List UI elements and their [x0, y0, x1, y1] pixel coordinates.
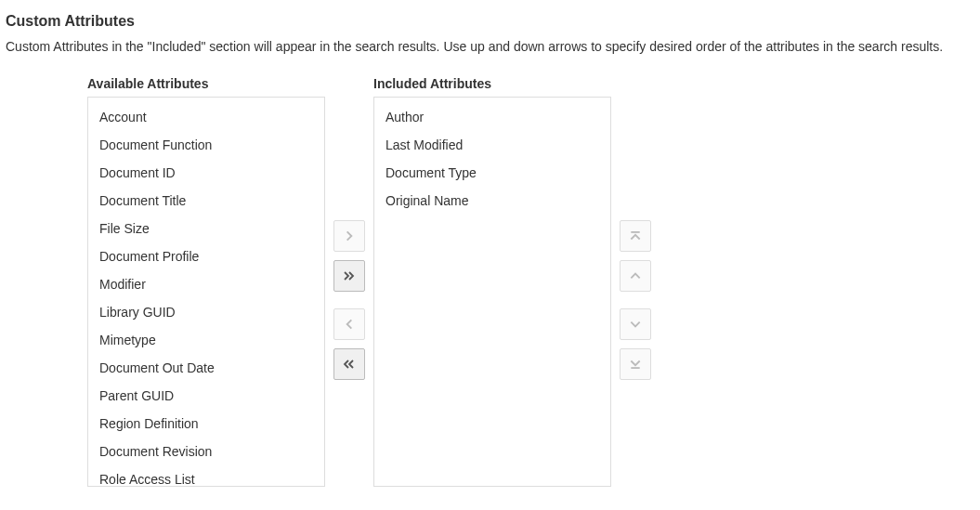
- move-up-button[interactable]: [620, 260, 651, 292]
- available-item[interactable]: Role Access List: [88, 465, 324, 487]
- move-all-right-button[interactable]: [333, 260, 365, 292]
- page-title: Custom Attributes: [6, 13, 974, 30]
- available-item[interactable]: File Size: [88, 215, 324, 242]
- reorder-buttons: [611, 220, 660, 388]
- available-item[interactable]: Modifier: [88, 270, 324, 298]
- available-item[interactable]: Account: [88, 103, 324, 131]
- included-item[interactable]: Document Type: [374, 159, 610, 187]
- move-bottom-button[interactable]: [620, 348, 651, 380]
- available-item[interactable]: Document Title: [88, 187, 324, 215]
- available-column: Available Attributes AccountDocument Fun…: [87, 76, 325, 487]
- available-item[interactable]: Document ID: [88, 159, 324, 187]
- included-item[interactable]: Original Name: [374, 187, 610, 215]
- move-left-button[interactable]: [333, 308, 365, 340]
- available-item[interactable]: Parent GUID: [88, 382, 324, 410]
- available-item[interactable]: Document Revision: [88, 438, 324, 465]
- page-description: Custom Attributes in the "Included" sect…: [6, 39, 974, 54]
- available-attributes-title: Available Attributes: [87, 76, 325, 91]
- included-item[interactable]: Last Modified: [374, 131, 610, 159]
- available-attributes-listbox[interactable]: AccountDocument FunctionDocument IDDocum…: [87, 97, 325, 487]
- available-item[interactable]: Document Out Date: [88, 354, 324, 382]
- included-attributes-listbox[interactable]: AuthorLast ModifiedDocument TypeOriginal…: [373, 97, 611, 487]
- move-all-left-button[interactable]: [333, 348, 365, 380]
- move-right-button[interactable]: [333, 220, 365, 252]
- available-item[interactable]: Mimetype: [88, 326, 324, 354]
- included-attributes-title: Included Attributes: [373, 76, 611, 91]
- included-column: Included Attributes AuthorLast ModifiedD…: [373, 76, 611, 487]
- included-item[interactable]: Author: [374, 103, 610, 131]
- available-item[interactable]: Region Definition: [88, 410, 324, 438]
- move-top-button[interactable]: [620, 220, 651, 252]
- available-item[interactable]: Document Function: [88, 131, 324, 159]
- available-item[interactable]: Library GUID: [88, 298, 324, 326]
- dual-list-container: Available Attributes AccountDocument Fun…: [4, 76, 976, 487]
- available-item[interactable]: Document Profile: [88, 242, 324, 270]
- move-down-button[interactable]: [620, 308, 651, 340]
- transfer-buttons: [325, 220, 373, 388]
